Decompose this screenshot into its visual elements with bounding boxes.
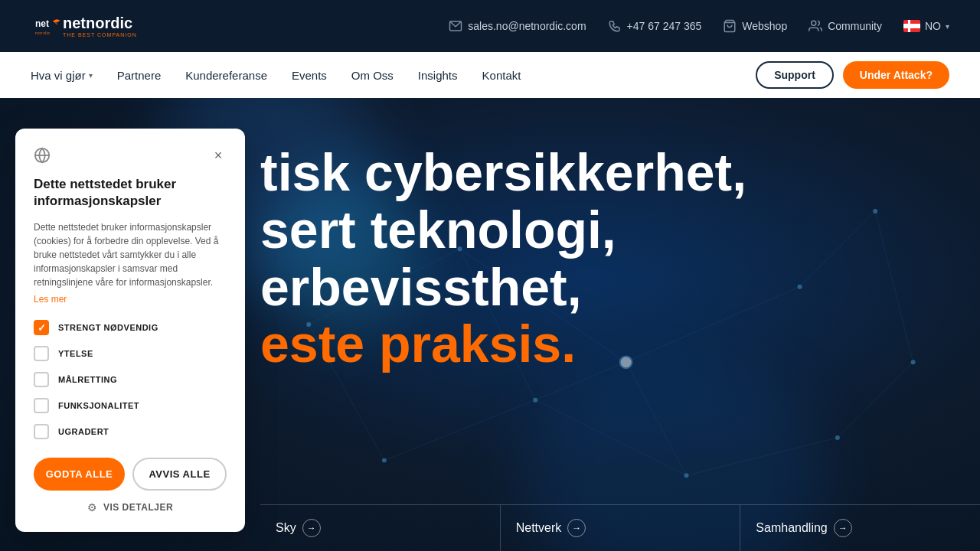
checkbox-funksjonalitet[interactable] (34, 398, 49, 413)
email-text: sales.no@netnordic.com (468, 20, 586, 32)
logo-subtext: THE BEST COMPANION (63, 32, 137, 37)
sky-arrow-icon: → (302, 519, 321, 537)
hero-line-2: sert teknologi, (260, 201, 949, 259)
nav-kontakt[interactable]: Kontakt (482, 69, 521, 82)
phone-link[interactable]: +47 67 247 365 (608, 19, 702, 33)
logo[interactable]: net nordic netnordic THE BEST COMPANION (31, 12, 137, 40)
support-button[interactable]: Support (756, 61, 834, 89)
hero-title: tisk cybersikkerhet, sert teknologi, erb… (260, 144, 949, 373)
webshop-link[interactable]: Webshop (723, 19, 787, 33)
email-link[interactable]: sales.no@netnordic.com (449, 19, 586, 33)
phone-text: +47 67 247 365 (627, 20, 702, 32)
checkbox-ugradert-label: UGRADERT (58, 427, 109, 436)
checkbox-row-ugradert: UGRADERT (34, 424, 227, 439)
reject-all-button[interactable]: AVVIS ALLE (132, 458, 227, 491)
accept-all-button[interactable]: GODTA ALLE (34, 458, 125, 491)
checkbox-ytelse-label: YTELSE (58, 349, 93, 358)
category-nettverk-label: Nettverk (516, 521, 562, 535)
svg-line-15 (535, 400, 686, 476)
modal-buttons: GODTA ALLE AVVIS ALLE (34, 458, 227, 491)
phone-icon (608, 19, 622, 33)
lang-text: NO (925, 20, 941, 32)
lang-selector[interactable]: NO ▾ (903, 20, 949, 32)
nav-om-oss-label: Om Oss (351, 69, 394, 82)
checkbox-row-strengt: STRENGT NØDVENDIG (34, 320, 227, 335)
svg-point-4 (812, 21, 816, 25)
category-sky-label: Sky (276, 521, 296, 535)
under-attack-button[interactable]: Under Attack? (843, 61, 949, 89)
cookie-body: Dette nettstedet bruker informasjonskaps… (34, 220, 227, 289)
nav-bar: Hva vi gjør ▾ Partnere Kundereferanse Ev… (0, 52, 980, 98)
nav-buttons: Support Under Attack? (756, 61, 949, 89)
top-bar: net nordic netnordic THE BEST COMPANION … (0, 0, 980, 52)
svg-line-17 (384, 400, 535, 461)
cookie-modal: × Dette nettstedet bruker informasjonska… (15, 129, 245, 532)
category-samhandling-label: Samhandling (756, 521, 827, 535)
hero-line-4: este praksis. (260, 315, 949, 373)
cookie-modal-header: × (34, 147, 227, 164)
nettverk-arrow-icon: → (567, 519, 586, 537)
cookie-title: Dette nettstedet bruker informasjonskaps… (34, 176, 227, 210)
checkbox-group: STRENGT NØDVENDIG YTELSE MÅLRETTING FUNK… (34, 320, 227, 439)
checkbox-strengt-label: STRENGT NØDVENDIG (58, 323, 158, 332)
logo-text: netnordic (63, 15, 132, 31)
nav-kundereferanse[interactable]: Kundereferanse (185, 69, 267, 82)
category-nettverk[interactable]: Nettverk → (501, 505, 741, 551)
flag-icon (903, 20, 920, 32)
checkbox-row-funksjonalitet: FUNKSJONALITET (34, 398, 227, 413)
svg-text:nordic: nordic (35, 31, 51, 35)
logo-icon: net nordic (35, 12, 63, 40)
community-icon (808, 19, 822, 33)
close-icon[interactable]: × (210, 147, 227, 164)
hero-line-1: tisk cybersikkerhet, (260, 144, 949, 201)
nav-links: Hva vi gjør ▾ Partnere Kundereferanse Ev… (31, 69, 521, 82)
nav-insights-label: Insights (418, 69, 458, 82)
svg-point-25 (835, 435, 840, 440)
nav-partnere[interactable]: Partnere (117, 69, 162, 82)
samhandling-arrow-icon: → (834, 519, 852, 537)
nav-insights[interactable]: Insights (418, 69, 458, 82)
svg-line-11 (687, 438, 838, 475)
svg-point-27 (382, 458, 387, 463)
hero-line-3: erbevissthet, (260, 259, 949, 316)
svg-text:net: net (35, 18, 49, 29)
category-sky[interactable]: Sky → (260, 505, 501, 551)
community-link[interactable]: Community (808, 19, 882, 33)
svg-point-26 (533, 398, 537, 403)
svg-line-12 (838, 362, 913, 438)
checkbox-row-ytelse: YTELSE (34, 346, 227, 361)
svg-line-10 (626, 362, 687, 475)
nav-events[interactable]: Events (292, 69, 327, 82)
checkbox-funksjonalitet-label: FUNKSJONALITET (58, 401, 139, 410)
gear-icon: ⚙ (87, 501, 97, 514)
hero-text: tisk cybersikkerhet, sert teknologi, erb… (260, 144, 949, 373)
globe-icon (34, 147, 51, 164)
email-icon (449, 19, 462, 33)
svg-point-24 (684, 473, 689, 478)
cookie-details-label: VIS DETALJER (103, 502, 173, 513)
checkbox-ytelse[interactable] (34, 346, 49, 361)
nav-kundereferanse-label: Kundereferanse (185, 69, 267, 82)
chevron-down-icon: ▾ (946, 22, 949, 31)
checkbox-strengt-nodvendig[interactable] (34, 320, 49, 335)
checkbox-malretting-label: MÅLRETTING (58, 375, 117, 384)
checkbox-ugradert[interactable] (34, 424, 49, 439)
nav-events-label: Events (292, 69, 327, 82)
category-samhandling[interactable]: Samhandling → (740, 505, 980, 551)
cookie-details-link[interactable]: ⚙ VIS DETALJER (34, 501, 227, 514)
nav-hva-vi-gjor-label: Hva vi gjør (31, 69, 86, 82)
nav-om-oss[interactable]: Om Oss (351, 69, 394, 82)
checkbox-row-malretting: MÅLRETTING (34, 372, 227, 387)
hero-categories: Sky → Nettverk → Samhandling → (260, 504, 980, 551)
nav-kontakt-label: Kontakt (482, 69, 521, 82)
community-text: Community (828, 20, 882, 32)
nav-hva-vi-gjor[interactable]: Hva vi gjør ▾ (31, 69, 93, 82)
read-more-link[interactable]: Les mer (34, 294, 227, 305)
top-links: sales.no@netnordic.com +47 67 247 365 We… (449, 19, 949, 33)
nav-partnere-label: Partnere (117, 69, 162, 82)
chevron-down-icon: ▾ (89, 71, 93, 80)
bag-icon (723, 19, 737, 33)
webshop-text: Webshop (742, 20, 787, 32)
checkbox-malretting[interactable] (34, 372, 49, 387)
